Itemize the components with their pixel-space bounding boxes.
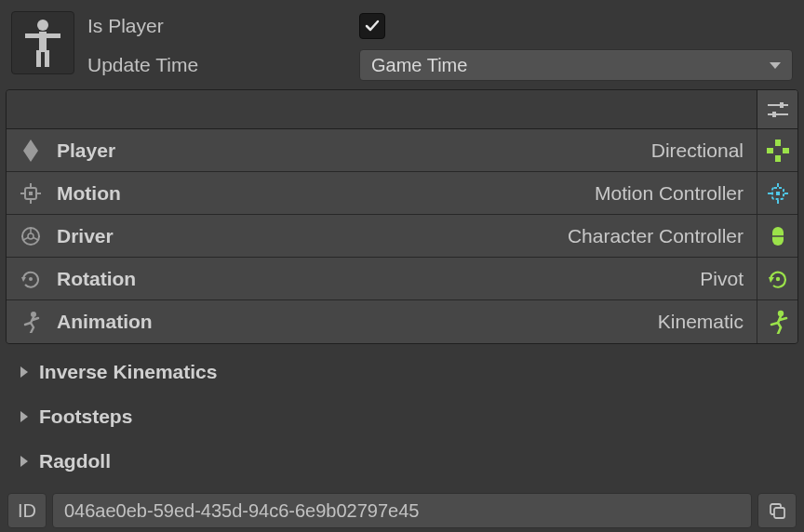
svg-rect-12 <box>767 148 773 153</box>
svg-line-29 <box>23 237 29 240</box>
sliders-icon <box>768 101 788 118</box>
sections-panel: Player Directional <box>6 89 798 344</box>
update-time-dropdown[interactable]: Game Time <box>359 49 793 81</box>
id-label: ID <box>7 493 47 528</box>
svg-rect-10 <box>775 140 781 146</box>
section-row-driver[interactable]: Driver Character Controller <box>7 215 797 258</box>
copy-icon <box>768 501 786 520</box>
section-value: Directional <box>651 140 744 162</box>
section-value: Motion Controller <box>595 182 744 205</box>
section-value: Kinematic <box>658 311 744 333</box>
update-time-label: Update Time <box>87 54 359 76</box>
diamond-icon <box>20 140 42 162</box>
dpad-icon <box>767 140 789 162</box>
chip-icon <box>767 182 789 205</box>
svg-point-36 <box>775 276 779 280</box>
svg-rect-11 <box>775 155 781 162</box>
section-row-motion[interactable]: Motion Motion Controller <box>7 172 797 215</box>
component-header: Is Player Update Time Game Time <box>6 6 798 89</box>
id-row: ID 046ae0eb-59ed-435d-94c6-6e9b02797e45 <box>6 493 798 528</box>
foldout-ragdoll[interactable]: Ragdoll <box>11 439 793 484</box>
svg-marker-9 <box>23 140 38 162</box>
section-action-player[interactable] <box>757 129 797 171</box>
svg-rect-13 <box>783 148 789 153</box>
svg-rect-40 <box>774 508 784 518</box>
section-label: Rotation <box>57 268 136 290</box>
foldout-label: Inverse Kinematics <box>39 361 217 383</box>
section-value: Pivot <box>700 268 744 290</box>
section-row-player[interactable]: Player Directional <box>7 129 797 172</box>
svg-point-0 <box>37 20 48 31</box>
foldout-label: Footsteps <box>39 406 132 428</box>
svg-line-30 <box>33 237 38 240</box>
section-action-rotation[interactable] <box>757 258 797 299</box>
chevron-down-icon <box>770 62 781 69</box>
sections-header <box>7 90 797 129</box>
check-icon <box>364 18 381 34</box>
character-icon <box>11 11 74 74</box>
section-label: Driver <box>57 225 114 247</box>
svg-rect-6 <box>780 102 784 108</box>
svg-rect-3 <box>36 50 41 67</box>
svg-marker-33 <box>21 277 26 282</box>
section-action-animation[interactable] <box>757 300 797 343</box>
capsule-icon <box>770 225 785 247</box>
chip-icon <box>20 183 42 204</box>
foldout-footsteps[interactable]: Footsteps <box>11 394 793 439</box>
orbit-icon <box>766 268 790 290</box>
chevron-right-icon <box>20 366 28 378</box>
foldout-label: Ragdoll <box>39 450 111 472</box>
svg-rect-21 <box>776 192 780 195</box>
svg-rect-2 <box>25 33 60 38</box>
svg-marker-35 <box>769 277 774 283</box>
chevron-right-icon <box>20 411 28 422</box>
is-player-label: Is Player <box>87 15 359 37</box>
section-label: Animation <box>57 311 153 333</box>
run-icon <box>768 310 788 334</box>
id-value-field[interactable]: 046ae0eb-59ed-435d-94c6-6e9b02797e45 <box>52 493 752 528</box>
svg-rect-8 <box>772 112 776 117</box>
rotate-icon <box>20 269 42 289</box>
chevron-right-icon <box>20 456 28 467</box>
svg-point-34 <box>29 277 33 281</box>
is-player-checkbox[interactable] <box>359 13 385 39</box>
section-value: Character Controller <box>568 225 744 247</box>
update-time-value: Game Time <box>371 55 467 76</box>
section-action-motion[interactable] <box>757 172 797 214</box>
section-label: Player <box>57 140 115 162</box>
run-icon <box>20 311 42 333</box>
svg-rect-4 <box>45 50 49 67</box>
section-row-rotation[interactable]: Rotation Pivot <box>7 258 797 300</box>
section-label: Motion <box>57 182 121 205</box>
svg-rect-15 <box>29 192 33 195</box>
copy-id-button[interactable] <box>757 493 797 528</box>
svg-point-27 <box>28 233 34 239</box>
section-row-animation[interactable]: Animation Kinematic <box>7 300 797 343</box>
wheel-icon <box>20 226 42 246</box>
foldouts: Inverse Kinematics Footsteps Ragdoll <box>6 344 798 491</box>
settings-button[interactable] <box>757 90 797 128</box>
foldout-inverse-kinematics[interactable]: Inverse Kinematics <box>11 350 793 394</box>
section-action-driver[interactable] <box>757 215 797 257</box>
